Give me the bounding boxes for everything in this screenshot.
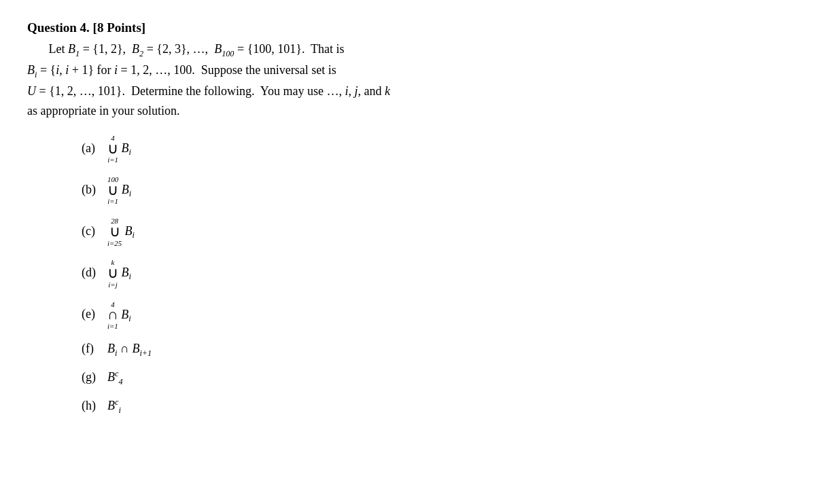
part-a-label: (a): [82, 142, 102, 154]
part-h: (h) Bci: [82, 398, 805, 414]
part-h-math: Bci: [107, 398, 121, 414]
part-c-label: (c): [82, 225, 102, 237]
part-h-label: (h): [82, 399, 102, 412]
union-a: 4 ∪ i=1: [107, 134, 118, 164]
part-a-math: 4 ∪ i=1 Bi: [107, 134, 131, 164]
part-e-math: 4 ∩ i=1 Bi: [107, 301, 131, 330]
union-d: k ∪ i=j: [107, 259, 118, 288]
part-b-math: 100 ∪ i=1 Bi: [107, 176, 131, 205]
part-d-label: (d): [82, 266, 102, 278]
part-d: (d) k ∪ i=j Bi: [82, 259, 805, 288]
part-b: (b) 100 ∪ i=1 Bi: [82, 176, 805, 205]
parts-list: (a) 4 ∪ i=1 Bi (b) 100 ∪ i=1 Bi: [82, 134, 805, 414]
b2-def: B2: [132, 42, 143, 56]
body-indent: [27, 42, 46, 56]
part-e: (e) 4 ∩ i=1 Bi: [82, 301, 805, 330]
b1-def: B1: [68, 42, 80, 56]
intersect-e: 4 ∩ i=1: [107, 301, 118, 330]
part-f-math: Bi ∩ Bi+1: [107, 342, 152, 357]
part-d-math: k ∪ i=j Bi: [107, 259, 131, 288]
part-b-label: (b): [82, 183, 102, 196]
part-f: (f) Bi ∩ Bi+1: [82, 342, 805, 357]
part-f-label: (f): [82, 342, 102, 355]
part-g-math: Bc4: [107, 370, 123, 386]
part-c-math: 28 ∪ i=25 Bi: [107, 217, 135, 247]
question-container: Question 4. [8 Points] Let B1 = {1, 2}, …: [27, 20, 805, 414]
bi-def: Bi: [27, 63, 37, 77]
part-a: (a) 4 ∪ i=1 Bi: [82, 134, 805, 164]
b100-def: B100: [214, 42, 234, 56]
question-body: Let B1 = {1, 2}, B2 = {2, 3}, …, B100 = …: [27, 39, 805, 121]
part-g-label: (g): [82, 371, 102, 383]
question-header: Question 4. [8 Points]: [27, 20, 805, 35]
part-c: (c) 28 ∪ i=25 Bi: [82, 217, 805, 247]
part-g: (g) Bc4: [82, 370, 805, 386]
union-c: 28 ∪ i=25: [107, 217, 122, 247]
part-e-label: (e): [82, 308, 102, 320]
union-b: 100 ∪ i=1: [107, 176, 118, 205]
question-header-text: Question 4. [8 Points]: [27, 20, 145, 35]
